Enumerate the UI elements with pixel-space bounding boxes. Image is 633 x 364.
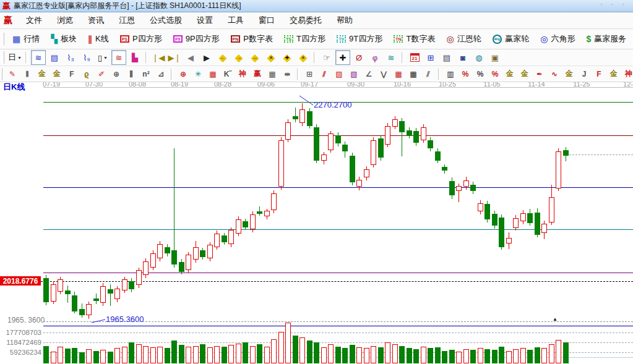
menu-item-窗口[interactable]: 窗口 <box>251 13 282 28</box>
toolbar-drag-handle[interactable] <box>1 33 4 45</box>
gold-angle-tool[interactable]: 金 <box>607 67 621 81</box>
zoom-left-button[interactable]: ◆← <box>215 50 230 65</box>
shen-tool[interactable]: 神 <box>236 67 249 81</box>
wave3-button[interactable]: ⌇₃ <box>63 50 78 65</box>
teal-spiral-button[interactable]: ≋ <box>384 50 398 65</box>
pencil-tool[interactable]: ✎ <box>6 67 19 81</box>
wave-lines-tool[interactable]: ⋁ <box>377 67 390 81</box>
flag-pen-tool[interactable]: ✒ <box>533 67 546 81</box>
notes-button[interactable]: ▤ <box>47 50 62 65</box>
hand-tool-button[interactable]: ☞ <box>319 50 334 65</box>
gold-line-tool[interactable]: 金 <box>518 67 532 81</box>
grid-red2-tool[interactable]: ▦ <box>392 67 405 81</box>
menu-item-工具[interactable]: 工具 <box>220 13 251 28</box>
wave9-button[interactable]: ⌇₉ <box>79 50 94 65</box>
frame-grid-tool[interactable]: ⊞ <box>303 67 316 81</box>
angle-ruler-tool[interactable]: ⊿ <box>154 67 168 81</box>
menu-item-浏览[interactable]: 浏览 <box>50 13 80 28</box>
gold-scale2-tool[interactable]: 金 <box>50 67 64 81</box>
toolbar-item-T数字表[interactable]: TNT数字表 <box>388 31 441 47</box>
n-square-tool[interactable]: n² <box>139 67 153 81</box>
parallel-lines-tool[interactable]: ⫽ <box>421 67 435 81</box>
menu-item-江恩[interactable]: 江恩 <box>111 13 142 28</box>
toolbar-item-江恩轮[interactable]: ◎江恩轮 <box>441 31 486 47</box>
red-compass-tool[interactable]: ⊕ <box>176 67 190 81</box>
fan-box-tool[interactable]: ▨ <box>332 67 346 81</box>
percent-line2-tool[interactable]: % <box>488 67 502 81</box>
toolbar-item-P数字表[interactable]: PNP数字表 <box>225 31 278 47</box>
histogram-button[interactable]: ▙ <box>127 50 142 65</box>
level-table-tool[interactable]: ▥ <box>444 67 457 81</box>
hash-tool[interactable]: ⫼ <box>124 67 138 81</box>
menu-item-交易委托[interactable]: 交易委托 <box>282 13 329 28</box>
scale-ruler-tool[interactable]: ⫴ <box>20 67 34 81</box>
angle-lines-tool[interactable]: ∠ <box>362 67 376 81</box>
blue-spiral-button[interactable]: ≋ <box>31 50 46 65</box>
network-button[interactable]: ◍ <box>472 50 486 65</box>
notepad-button[interactable]: ▤ <box>439 50 454 65</box>
diamond-arrow-icon: ◆✚ <box>282 53 293 63</box>
red-spiral-button[interactable]: ≋ <box>111 50 126 65</box>
f-angle-tool[interactable]: F <box>592 67 606 81</box>
gold-circle-tool[interactable]: 金 <box>503 67 517 81</box>
star-grid-tool[interactable]: ✳ <box>191 67 205 81</box>
zoom-x-button[interactable]: ◆✕ <box>264 50 278 65</box>
crosshair-tool-button[interactable]: ✚ <box>335 50 350 65</box>
spiral-tool[interactable]: ϱ <box>80 67 93 81</box>
j-angle-tool[interactable]: J <box>577 67 591 81</box>
grid-123-tool[interactable]: ▦ <box>265 67 279 81</box>
width-arrows-tool[interactable]: ⇹ <box>280 67 294 81</box>
circle-ticks-tool[interactable]: ⊕ <box>110 67 123 81</box>
menu-item-资讯[interactable]: 资讯 <box>80 13 111 28</box>
menu-item-帮助[interactable]: 帮助 <box>329 13 360 28</box>
period-day-button[interactable]: 日▼ <box>7 50 22 65</box>
save-button[interactable]: ◙ <box>455 50 470 65</box>
toolbar-item-赢家服务[interactable]: $赢家服务 <box>581 31 632 47</box>
workstation-button[interactable]: ▣ <box>488 50 502 65</box>
toolbar-item-P四方形[interactable]: PSP四方形 <box>114 31 168 47</box>
grid-dark-tool[interactable]: ▦ <box>407 67 420 81</box>
pen-ruler-tool[interactable]: ✐ <box>95 67 108 81</box>
menu-item-设置[interactable]: 设置 <box>189 13 220 28</box>
shen-angle-tool[interactable]: 神 <box>622 67 633 81</box>
gold-angle0-tool[interactable]: 金 <box>562 67 576 81</box>
p-number-icon: PN <box>231 35 241 43</box>
zoom-all-button[interactable]: ◆✳ <box>296 50 311 65</box>
f-tool[interactable]: F <box>65 67 79 81</box>
toolbar-item-T四方形[interactable]: TST四方形 <box>278 31 331 47</box>
toolbar-item-K线[interactable]: ∥K线 <box>82 31 114 47</box>
magnifier-tool-button[interactable]: Ø <box>351 50 366 65</box>
toolbar-item-板块[interactable]: ▚板块 <box>45 31 82 47</box>
toolbar-item-行情[interactable]: ▦行情 <box>7 31 45 47</box>
percent-tool[interactable]: % <box>473 67 487 81</box>
toolbar-drag-handle[interactable] <box>1 51 4 64</box>
gold-scale1-tool[interactable]: 金 <box>35 67 49 81</box>
toolbar-item-9P四方形[interactable]: P99P四方形 <box>168 31 225 47</box>
toolbar-item-9T四方形[interactable]: T99T四方形 <box>331 31 388 47</box>
zoom-right-button[interactable]: ◆→ <box>231 50 246 65</box>
calendar-button[interactable]: 21 <box>407 50 422 65</box>
k-quote-tool[interactable]: K˝ <box>221 67 235 81</box>
step-forward-button[interactable]: ▶ <box>199 50 214 65</box>
menu-item-文件[interactable]: 文件 <box>19 13 50 28</box>
fan-lines-tool[interactable]: ⫽ <box>317 67 331 81</box>
zoom-plus-button[interactable]: ◆✚ <box>280 50 295 65</box>
volume-axis-label: 59236234 <box>0 349 41 356</box>
jump-last-button[interactable]: ▶❘ <box>167 50 182 65</box>
calculator-button[interactable]: ⊞ <box>423 50 438 65</box>
window-controls[interactable]: ▫ ▫ ▫ <box>600 1 628 7</box>
grid-red-tool[interactable]: ▦ <box>206 67 220 81</box>
ying-tool[interactable]: 赢 <box>251 67 264 81</box>
percent-line-tool[interactable]: % <box>459 67 472 81</box>
toolbar-item-六角形[interactable]: ◎六角形 <box>535 31 580 47</box>
purple-tool-button[interactable]: φ <box>368 50 382 65</box>
candle-style-button[interactable]: ▯▼ <box>95 50 110 65</box>
wave-m-tool[interactable]: ∿ <box>548 67 561 81</box>
step-back-button[interactable]: ◀ <box>183 50 198 65</box>
toolbar-drag-handle[interactable] <box>1 68 2 80</box>
zoom-horizontal-button[interactable]: ◆↔ <box>248 50 262 65</box>
menu-item-公式选股[interactable]: 公式选股 <box>142 13 189 28</box>
toolbar-item-赢家轮[interactable]: Big赢家轮 <box>487 31 535 47</box>
fan-box2-tool[interactable]: ▧ <box>347 67 361 81</box>
jump-first-button[interactable]: ❘◀ <box>151 50 166 65</box>
